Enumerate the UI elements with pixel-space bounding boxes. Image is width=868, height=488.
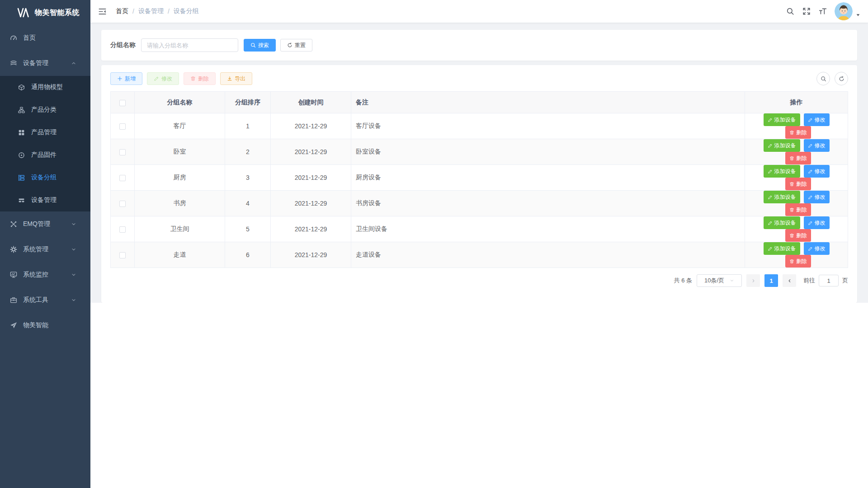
font-size-icon <box>819 7 827 15</box>
sidebar-collapse-button[interactable] <box>90 0 114 23</box>
cell-group-name: 卧室 <box>135 139 225 165</box>
user-avatar[interactable] <box>835 2 853 20</box>
sidebar-item-label: 设备管理 <box>23 59 48 67</box>
page-size-select[interactable]: 10条/页 <box>697 274 742 287</box>
row-checkbox[interactable] <box>119 201 126 207</box>
cell-group-order: 2 <box>225 139 271 165</box>
cell-remark: 卫生间设备 <box>351 216 745 242</box>
cell-created-time: 2021-12-29 <box>271 113 351 139</box>
sidebar-item-device-management-sub[interactable]: 设备管理 <box>0 189 90 211</box>
row-checkbox[interactable] <box>119 226 126 233</box>
edit-row-button[interactable]: 修改 <box>804 242 830 255</box>
row-checkbox[interactable] <box>119 149 126 155</box>
cell-group-name: 客厅 <box>135 113 225 139</box>
sidebar-item-general-thing-model[interactable]: 通用物模型 <box>0 76 90 99</box>
next-page-button[interactable] <box>783 274 796 287</box>
fullscreen-button[interactable] <box>798 0 815 23</box>
sidebar-item-emq-management[interactable]: EMQ管理 <box>0 211 90 237</box>
delete-row-button[interactable]: 删除 <box>785 126 811 139</box>
delete-row-button[interactable]: 删除 <box>785 255 811 267</box>
toggle-search-button[interactable] <box>816 72 830 85</box>
delete-row-button-label: 删除 <box>796 206 807 214</box>
table-toolbar: 新增修改删除导出 <box>110 72 848 85</box>
edit-icon <box>768 246 773 251</box>
cell-checkbox <box>111 165 135 191</box>
edit-row-button[interactable]: 修改 <box>804 139 830 152</box>
edit-button[interactable]: 修改 <box>147 72 179 85</box>
table-header-row: 分组名称分组排序创建时间备注操作 <box>111 92 848 113</box>
group-name-label: 分组名称 <box>110 41 136 49</box>
edit-row-button[interactable]: 修改 <box>804 113 830 126</box>
edit-icon <box>808 246 813 251</box>
sidebar-item-device-group[interactable]: 设备分组 <box>0 166 90 189</box>
add-device-button[interactable]: 添加设备 <box>764 139 800 152</box>
row-checkbox[interactable] <box>119 123 126 130</box>
group-icon <box>18 174 25 181</box>
breadcrumb-item[interactable]: 首页 <box>116 7 128 15</box>
edit-row-button-label: 修改 <box>815 219 826 227</box>
sidebar-item-system-monitor[interactable]: 系统监控 <box>0 262 90 287</box>
table-row: 走道62021-12-29走道设备添加设备修改删除 <box>111 242 848 268</box>
sidebar-item-product-category[interactable]: 产品分类 <box>0 99 90 121</box>
export-button[interactable]: 导出 <box>220 72 252 85</box>
reset-button[interactable]: 重置 <box>280 39 312 52</box>
sidebar-item-label: 产品固件 <box>31 151 57 159</box>
font-size-button[interactable] <box>815 0 831 23</box>
header-search-button[interactable] <box>782 0 798 23</box>
row-checkbox[interactable] <box>119 252 126 258</box>
sidebar-item-system-tools[interactable]: 系统工具 <box>0 287 90 313</box>
row-checkbox[interactable] <box>119 175 126 181</box>
prev-page-button[interactable] <box>746 274 760 287</box>
caret-down-icon[interactable] <box>855 12 861 18</box>
add-device-button[interactable]: 添加设备 <box>764 165 800 178</box>
logo[interactable]: 物美智能系统 <box>0 0 90 25</box>
goto-page-input[interactable] <box>819 275 839 286</box>
sidebar-item-label: 通用物模型 <box>31 83 63 91</box>
refresh-table-button[interactable] <box>835 72 848 85</box>
sidebar-item-label: 首页 <box>23 34 36 42</box>
edit-icon <box>768 195 773 200</box>
edit-row-button[interactable]: 修改 <box>804 216 830 229</box>
edit-icon <box>768 169 773 174</box>
add-button[interactable]: 新增 <box>110 72 142 85</box>
reset-button-label: 重置 <box>295 42 306 49</box>
sidebar-item-wumei-smart[interactable]: 物美智能 <box>0 313 90 338</box>
sidebar-item-device-management[interactable]: 设备管理 <box>0 51 90 76</box>
chevron-down-icon <box>71 272 76 277</box>
header-checkbox[interactable] <box>119 100 126 106</box>
sidebar-item-home[interactable]: 首页 <box>0 25 90 51</box>
sidebar-item-system-management[interactable]: 系统管理 <box>0 237 90 262</box>
page-unit-label: 页 <box>842 277 848 285</box>
delete-button-label: 删除 <box>198 75 209 83</box>
page-number-button[interactable]: 1 <box>764 274 778 287</box>
sidebar-item-product-firmware[interactable]: 产品固件 <box>0 144 90 166</box>
edit-row-button[interactable]: 修改 <box>804 165 830 178</box>
delete-icon <box>789 156 794 161</box>
search-button[interactable]: 搜索 <box>244 39 276 52</box>
grid-icon <box>18 129 25 136</box>
header-checkbox-cell <box>111 92 135 113</box>
main-area: 首页/设备管理/设备分组 分组名称 <box>90 0 868 488</box>
add-device-button[interactable]: 添加设备 <box>764 191 800 203</box>
pagination-total: 共 6 条 <box>674 277 692 285</box>
sidebar-item-label: 设备管理 <box>31 196 57 204</box>
edit-icon <box>768 221 773 225</box>
add-device-button-label: 添加设备 <box>774 193 796 201</box>
add-device-button[interactable]: 添加设备 <box>764 242 800 255</box>
paper-plane-icon <box>10 322 17 329</box>
delete-button[interactable]: 删除 <box>184 72 216 85</box>
delete-icon <box>789 130 794 135</box>
column-header: 操作 <box>745 92 848 113</box>
delete-row-button-label: 删除 <box>796 129 807 136</box>
delete-row-button[interactable]: 删除 <box>785 178 811 190</box>
group-name-input[interactable] <box>141 38 238 52</box>
add-device-button[interactable]: 添加设备 <box>764 113 800 126</box>
add-device-button[interactable]: 添加设备 <box>764 216 800 229</box>
delete-row-button[interactable]: 删除 <box>785 203 811 216</box>
cell-group-name: 厨房 <box>135 165 225 191</box>
delete-row-button[interactable]: 删除 <box>785 152 811 164</box>
page-size-value: 10条/页 <box>704 277 724 285</box>
edit-row-button[interactable]: 修改 <box>804 191 830 203</box>
delete-row-button[interactable]: 删除 <box>785 229 811 242</box>
sidebar-item-product-management[interactable]: 产品管理 <box>0 121 90 144</box>
